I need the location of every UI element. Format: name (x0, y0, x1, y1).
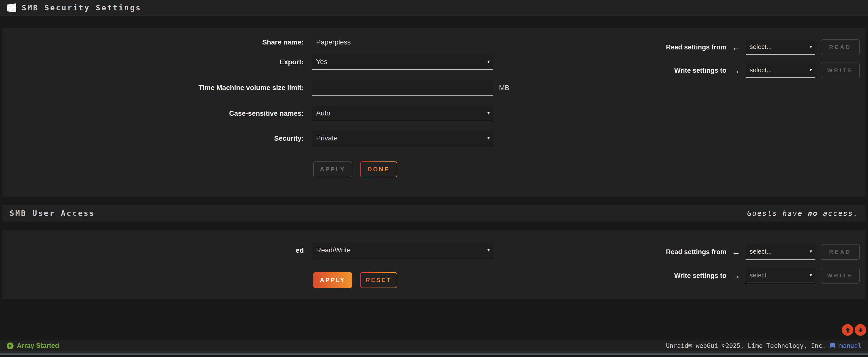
page-title: SMB Security Settings (22, 3, 142, 12)
manual-book-icon (830, 343, 836, 349)
smb-user-access-buttons: APPLY RESET (313, 272, 397, 288)
export-label: Export: (2, 58, 304, 66)
write-settings-label: Write settings to (674, 67, 726, 75)
smb-security-panel: Share name: Paperpless Export: Yes ▼ Tim… (2, 28, 866, 197)
user-access-row: ed Read/Write ▼ (2, 242, 595, 258)
smb-user-access-header: SMB User Access Guests have no access. (2, 205, 866, 221)
share-name-row: Share name: Paperpless (2, 38, 595, 46)
dropdown-arrow-icon: ▼ (486, 111, 491, 116)
write-settings-select[interactable]: select... ▼ (746, 268, 815, 283)
case-sensitive-select[interactable]: Auto ▼ (312, 106, 493, 121)
smb-user-access-panel: ed Read/Write ▼ APPLY RESET Read setting… (2, 230, 866, 299)
guest-note-suffix: access. (818, 209, 858, 217)
read-button[interactable]: READ (821, 39, 860, 55)
read-settings-label: Read settings from (666, 248, 726, 256)
smb-security-buttons: APPLY DONE (313, 161, 397, 177)
dropdown-arrow-icon: ▼ (809, 273, 813, 278)
footer-right: Unraid® webGui ©2025, Lime Technology, I… (666, 342, 862, 349)
manual-link[interactable]: manual (839, 342, 862, 349)
time-machine-label: Time Machine volume size limit: (2, 84, 304, 92)
scroll-to-top-button[interactable] (842, 324, 854, 336)
dropdown-arrow-icon: ▼ (486, 59, 491, 64)
write-button[interactable]: WRITE (821, 268, 860, 284)
windows-logo-icon (7, 3, 16, 12)
time-machine-unit: MB (499, 84, 509, 92)
read-settings-select-value: select... (750, 248, 772, 256)
read-settings-select[interactable]: select... ▼ (746, 39, 815, 55)
write-settings-select-value: select... (750, 271, 772, 279)
user-name-label: ed (2, 246, 304, 255)
arrow-up-icon (844, 326, 852, 334)
reset-button-label: RESET (366, 277, 392, 284)
guest-note-emphasis: no (808, 209, 818, 217)
user-access-select[interactable]: Read/Write ▼ (312, 242, 493, 258)
arrow-right-icon: → (732, 66, 740, 75)
write-button[interactable]: WRITE (821, 63, 860, 78)
guest-note-prefix: Guests have (747, 209, 808, 217)
guest-access-note: Guests have no access. (747, 209, 858, 217)
footer-bar: Array Started Unraid® webGui ©2025, Lime… (0, 340, 868, 351)
scroll-buttons (842, 324, 866, 336)
copyright-text: Unraid® webGui ©2025, Lime Technology, I… (666, 342, 826, 349)
time-machine-input[interactable] (312, 80, 493, 96)
export-select[interactable]: Yes ▼ (312, 54, 493, 70)
dropdown-arrow-icon: ▼ (809, 68, 813, 73)
array-status: Array Started (6, 342, 59, 350)
user-access-select-value: Read/Write (316, 246, 351, 254)
bottom-edge-strip (0, 351, 868, 357)
security-select[interactable]: Private ▼ (312, 130, 493, 146)
export-select-value: Yes (316, 58, 328, 66)
smb-settings-page: { "header": { "title": "SMB Security Set… (0, 0, 868, 357)
apply-button[interactable]: APPLY (313, 161, 352, 177)
read-settings-row: Read settings from ← select... ▼ READ (666, 39, 860, 56)
array-status-text: Array Started (17, 342, 59, 350)
smb-user-access-title: SMB User Access (10, 209, 95, 217)
done-button[interactable]: DONE (360, 161, 397, 177)
share-name-label: Share name: (2, 38, 304, 46)
case-sensitive-row: Case-sensitive names: Auto ▼ (2, 106, 595, 121)
write-settings-row: Write settings to → select... ▼ WRITE (674, 267, 860, 284)
time-machine-row: Time Machine volume size limit: MB (2, 80, 595, 96)
read-button[interactable]: READ (821, 244, 860, 260)
share-name-value: Paperpless (316, 38, 351, 46)
read-settings-label: Read settings from (666, 43, 726, 51)
case-sensitive-select-value: Auto (316, 109, 331, 117)
security-select-value: Private (316, 134, 338, 142)
arrow-down-icon (857, 326, 865, 334)
done-button-label: DONE (368, 166, 390, 173)
write-settings-label: Write settings to (674, 272, 726, 279)
dropdown-arrow-icon: ▼ (809, 44, 813, 50)
read-settings-row: Read settings from ← select... ▼ READ (666, 243, 860, 260)
arrow-right-icon: → (732, 271, 740, 280)
scroll-to-bottom-button[interactable] (855, 324, 866, 336)
dropdown-arrow-icon: ▼ (486, 248, 491, 253)
reset-button[interactable]: RESET (360, 272, 397, 288)
read-settings-select-value: select... (750, 43, 772, 51)
write-settings-select[interactable]: select... ▼ (746, 63, 815, 78)
export-row: Export: Yes ▼ (2, 54, 595, 70)
security-label: Security: (2, 135, 304, 142)
arrow-left-icon: ← (732, 43, 740, 52)
security-row: Security: Private ▼ (2, 130, 595, 146)
dropdown-arrow-icon: ▼ (809, 249, 813, 254)
play-circle-icon (6, 342, 14, 350)
smb-security-title-bar: SMB Security Settings (0, 0, 868, 16)
apply-button[interactable]: APPLY (313, 272, 352, 288)
dropdown-arrow-icon: ▼ (486, 136, 491, 141)
write-settings-select-value: select... (750, 66, 772, 74)
write-settings-row: Write settings to → select... ▼ WRITE (674, 62, 860, 79)
read-settings-select[interactable]: select... ▼ (746, 244, 815, 260)
case-sensitive-label: Case-sensitive names: (2, 110, 304, 117)
arrow-left-icon: ← (732, 248, 740, 256)
